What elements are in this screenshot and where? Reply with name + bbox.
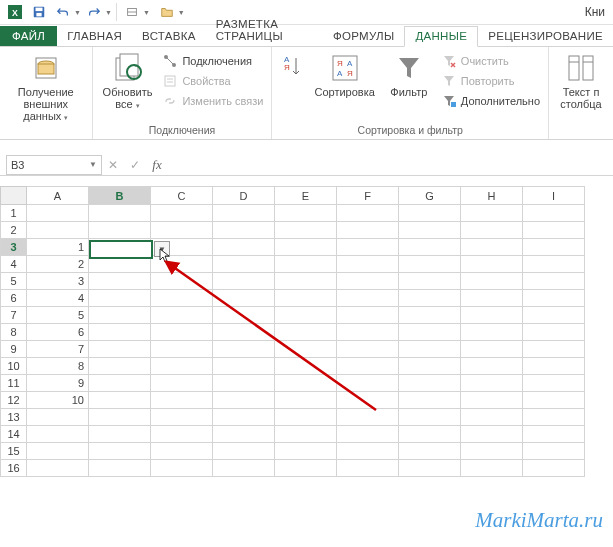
cell-B14[interactable] [89,426,151,443]
cell-C2[interactable] [151,222,213,239]
cell-B6[interactable] [89,290,151,307]
cell-E10[interactable] [275,358,337,375]
data-validation-dropdown-icon[interactable]: ▼ [154,241,170,257]
open-dropdown-icon[interactable]: ▼ [178,9,185,16]
save-icon[interactable] [28,1,50,23]
cell-F6[interactable] [337,290,399,307]
refresh-all-button[interactable]: Обновить все ▾ [99,50,157,114]
cell-G10[interactable] [399,358,461,375]
cell-C7[interactable] [151,307,213,324]
row-header-4[interactable]: 4 [1,256,27,273]
cell-E16[interactable] [275,460,337,477]
cell-H16[interactable] [461,460,523,477]
row-header-5[interactable]: 5 [1,273,27,290]
cell-F15[interactable] [337,443,399,460]
cell-G9[interactable] [399,341,461,358]
cell-D5[interactable] [213,273,275,290]
cell-C13[interactable] [151,409,213,426]
cell-A2[interactable] [27,222,89,239]
cell-G12[interactable] [399,392,461,409]
cell-H8[interactable] [461,324,523,341]
cell-I12[interactable] [523,392,585,409]
row-header-2[interactable]: 2 [1,222,27,239]
cell-D16[interactable] [213,460,275,477]
cell-I11[interactable] [523,375,585,392]
column-header-F[interactable]: F [337,187,399,205]
cell-B11[interactable] [89,375,151,392]
cell-G14[interactable] [399,426,461,443]
cell-D13[interactable] [213,409,275,426]
cell-I2[interactable] [523,222,585,239]
cell-D2[interactable] [213,222,275,239]
cell-E7[interactable] [275,307,337,324]
cell-B15[interactable] [89,443,151,460]
tab-home[interactable]: ГЛАВНАЯ [57,27,132,46]
row-header-8[interactable]: 8 [1,324,27,341]
cell-I13[interactable] [523,409,585,426]
cell-B8[interactable] [89,324,151,341]
tab-file[interactable]: ФАЙЛ [0,26,57,46]
select-all-corner[interactable] [1,187,27,205]
cell-C4[interactable] [151,256,213,273]
cell-I7[interactable] [523,307,585,324]
cell-G16[interactable] [399,460,461,477]
cell-H13[interactable] [461,409,523,426]
cell-F1[interactable] [337,205,399,222]
column-header-C[interactable]: C [151,187,213,205]
row-header-13[interactable]: 13 [1,409,27,426]
cell-I3[interactable] [523,239,585,256]
cell-G7[interactable] [399,307,461,324]
cell-E9[interactable] [275,341,337,358]
cell-D7[interactable] [213,307,275,324]
cell-F4[interactable] [337,256,399,273]
cell-A9[interactable]: 7 [27,341,89,358]
tab-data[interactable]: ДАННЫЕ [404,26,478,47]
cell-E8[interactable] [275,324,337,341]
cell-F5[interactable] [337,273,399,290]
cell-G2[interactable] [399,222,461,239]
name-box[interactable]: B3 ▼ [6,155,102,175]
undo-dropdown-icon[interactable]: ▼ [74,9,81,16]
cell-H11[interactable] [461,375,523,392]
cell-H1[interactable] [461,205,523,222]
spreadsheet-grid[interactable]: ABCDEFGHI1231425364758697108119121013141… [0,186,613,477]
undo-icon[interactable] [52,1,74,23]
cell-D9[interactable] [213,341,275,358]
cell-F10[interactable] [337,358,399,375]
tab-page-layout[interactable]: РАЗМЕТКА СТРАНИЦЫ [206,15,323,46]
cell-A4[interactable]: 2 [27,256,89,273]
cell-G3[interactable] [399,239,461,256]
cell-H15[interactable] [461,443,523,460]
cell-A12[interactable]: 10 [27,392,89,409]
cell-G8[interactable] [399,324,461,341]
column-header-B[interactable]: B [89,187,151,205]
cell-A15[interactable] [27,443,89,460]
cell-F12[interactable] [337,392,399,409]
cell-I9[interactable] [523,341,585,358]
cell-B12[interactable] [89,392,151,409]
row-header-7[interactable]: 7 [1,307,27,324]
column-header-G[interactable]: G [399,187,461,205]
excel-icon[interactable]: X [4,1,26,23]
cell-A5[interactable]: 3 [27,273,89,290]
cell-D11[interactable] [213,375,275,392]
cell-I6[interactable] [523,290,585,307]
sort-az-button[interactable]: АЯ [278,50,306,88]
get-external-data-button[interactable]: Получение внешних данных ▾ [6,50,86,126]
tab-formulas[interactable]: ФОРМУЛЫ [323,27,405,46]
cell-E15[interactable] [275,443,337,460]
cell-C10[interactable] [151,358,213,375]
text-to-columns-button[interactable]: Текст п столбца [555,50,607,112]
row-header-14[interactable]: 14 [1,426,27,443]
column-header-E[interactable]: E [275,187,337,205]
cell-B5[interactable] [89,273,151,290]
cell-I8[interactable] [523,324,585,341]
cell-C15[interactable] [151,443,213,460]
column-header-A[interactable]: A [27,187,89,205]
cell-I15[interactable] [523,443,585,460]
row-header-16[interactable]: 16 [1,460,27,477]
cell-D1[interactable] [213,205,275,222]
cell-A13[interactable] [27,409,89,426]
cell-A3[interactable]: 1 [27,239,89,256]
cell-F8[interactable] [337,324,399,341]
